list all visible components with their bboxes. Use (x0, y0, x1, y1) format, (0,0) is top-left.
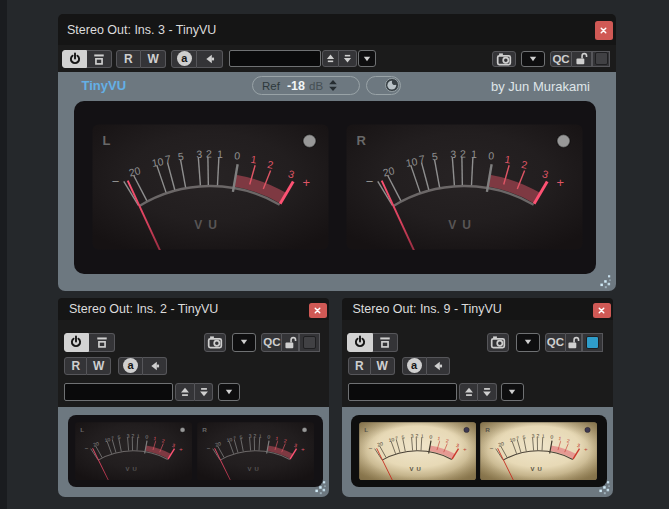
plugin-toolbar: R W a (58, 45, 616, 72)
resize-grip[interactable] (596, 480, 611, 495)
automation-mode-button[interactable]: a (402, 357, 427, 376)
close-button[interactable] (595, 21, 614, 40)
activate-button[interactable] (64, 333, 90, 352)
meter-scale-label: 2 (253, 432, 256, 438)
previous-preset-button[interactable] (175, 383, 194, 402)
meter-scale-label: − (112, 174, 120, 189)
plugin-toolbar: QC R W a (58, 320, 329, 407)
write-automation-button[interactable]: W (87, 357, 111, 376)
previous-preset-button[interactable] (459, 383, 478, 402)
meter-scale-label: 2 (132, 432, 135, 438)
meter-scale-label: + (179, 445, 183, 452)
reference-level-control[interactable]: Ref -18 dB (252, 76, 360, 95)
preset-menu-button[interactable] (501, 383, 524, 402)
resize-grip[interactable] (312, 480, 327, 495)
bypass-button[interactable] (87, 50, 112, 68)
qc-focus-checkbox[interactable] (592, 51, 610, 68)
close-button[interactable] (309, 303, 327, 319)
preset-up-icon (325, 53, 336, 64)
quick-controls-button[interactable]: QC (545, 333, 566, 352)
preset-name-field[interactable] (229, 50, 321, 67)
meter-led (180, 427, 185, 432)
meter-scale-label: 3 (410, 432, 413, 438)
write-automation-button[interactable]: W (371, 357, 395, 376)
meter-scale-label: − (206, 445, 210, 452)
vu-meter-right: −2010753210123+VUR (346, 124, 583, 250)
meter-led (557, 134, 570, 147)
close-icon (600, 27, 607, 34)
plugin-toolbar: QC R W a (342, 320, 613, 407)
qc-focus-checkbox[interactable] (582, 333, 603, 352)
lock-button[interactable] (572, 51, 592, 68)
meter-scale-label: − (366, 174, 374, 189)
caret-down-icon (529, 56, 537, 62)
functions-menu-button[interactable] (516, 333, 540, 352)
meter-scale-label: − (490, 445, 494, 452)
plugin-window-ins2: Stereo Out: Ins. 2 - TinyVU (58, 298, 329, 497)
bypass-button[interactable] (373, 333, 399, 352)
meter-scale-label: 0 (488, 149, 495, 161)
snapshot-button[interactable] (204, 333, 226, 352)
quick-controls-button[interactable]: QC (550, 51, 572, 68)
vu-meter-left: −2010753210123+VUL (359, 422, 476, 481)
titlebar[interactable]: Stereo Out: Ins. 3 - TinyVU (58, 14, 616, 45)
meter-panel: −2010753210123+VUL −2010753210123+VUR (351, 415, 607, 487)
arrow-left-icon (431, 360, 444, 372)
read-automation-button[interactable]: R (64, 357, 87, 376)
functions-menu-button[interactable] (521, 51, 545, 68)
ref-spinner-icon[interactable] (328, 79, 338, 92)
functions-menu-button[interactable] (232, 333, 256, 352)
meter-panel: −2010753210123+VUL −2010753210123+VUR (74, 101, 596, 274)
snapshot-button[interactable] (487, 333, 509, 352)
next-preset-button[interactable] (339, 50, 357, 67)
bypass-icon (95, 335, 109, 349)
theme-toggle-knob (385, 78, 399, 92)
lock-button[interactable] (282, 333, 299, 352)
switch-ab-button[interactable] (197, 50, 222, 68)
write-automation-button[interactable]: W (141, 50, 166, 68)
preset-name-field[interactable] (348, 383, 457, 402)
preset-down-icon (342, 53, 353, 64)
automation-mode-button[interactable]: a (171, 50, 197, 68)
meter-unit-label: VU (531, 466, 545, 472)
resize-grip[interactable] (597, 274, 612, 289)
close-button[interactable] (593, 303, 611, 319)
close-icon (598, 307, 605, 314)
preset-menu-button[interactable] (358, 50, 376, 67)
activate-button[interactable] (347, 333, 373, 352)
activate-button[interactable] (62, 50, 87, 68)
meter-channel-label: L (103, 132, 111, 147)
meter-unit-label: VU (247, 466, 261, 472)
theme-toggle[interactable] (366, 76, 401, 95)
power-icon (69, 335, 83, 349)
bypass-button[interactable] (89, 333, 115, 352)
next-preset-button[interactable] (478, 383, 497, 402)
switch-ab-button[interactable] (143, 357, 167, 376)
meter-led (302, 427, 307, 432)
titlebar[interactable]: Stereo Out: Ins. 2 - TinyVU (58, 298, 329, 320)
automation-mode-button[interactable]: a (118, 357, 143, 376)
meter-scale-label: 1 (258, 432, 261, 438)
lock-button[interactable] (566, 333, 583, 352)
switch-ab-button[interactable] (427, 357, 451, 376)
meter-unit-label: VU (194, 218, 223, 232)
meter-unit-label: VU (409, 466, 423, 472)
preset-up-icon (179, 386, 191, 398)
next-preset-button[interactable] (195, 383, 214, 402)
quick-controls-button[interactable]: QC (261, 333, 282, 352)
preset-name-field[interactable] (64, 383, 173, 402)
preset-menu-button[interactable] (218, 383, 241, 402)
automation-icon: a (407, 358, 422, 373)
arrow-left-icon (203, 53, 216, 65)
meter-scale-label: + (301, 445, 305, 452)
window-title: Stereo Out: Ins. 2 - TinyVU (69, 302, 218, 316)
read-automation-button[interactable]: R (348, 357, 371, 376)
qc-focus-checkbox[interactable] (299, 333, 320, 352)
bypass-icon (92, 52, 106, 66)
meter-scale-label: − (368, 445, 372, 452)
titlebar[interactable]: Stereo Out: Ins. 9 - TinyVU (342, 298, 613, 320)
lock-open-icon (566, 335, 581, 350)
previous-preset-button[interactable] (322, 50, 340, 67)
read-automation-button[interactable]: R (116, 50, 141, 68)
snapshot-button[interactable] (492, 51, 516, 68)
